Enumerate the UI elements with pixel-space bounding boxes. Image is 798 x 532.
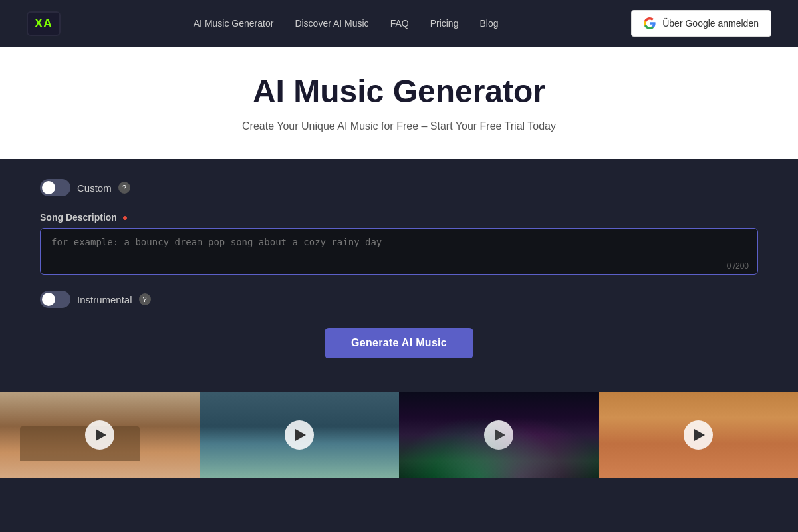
play-icon-city	[495, 429, 505, 441]
custom-help-icon[interactable]: ?	[118, 182, 130, 194]
nav-link-pricing[interactable]: Pricing	[430, 18, 459, 29]
nav-link-discover[interactable]: Discover AI Music	[295, 18, 368, 29]
google-icon	[644, 17, 656, 29]
gallery-item-city	[399, 392, 598, 478]
custom-toggle[interactable]	[40, 179, 70, 196]
gallery-item-desert	[0, 392, 200, 478]
required-indicator: ●	[120, 212, 128, 223]
nav-link-faq[interactable]: FAQ	[390, 18, 409, 29]
instrumental-label: Instrumental	[77, 294, 132, 305]
play-button-desert[interactable]	[85, 420, 114, 450]
music-gallery	[0, 392, 798, 478]
instrumental-help-icon[interactable]: ?	[139, 293, 151, 305]
page-title: AI Music Generator	[13, 73, 785, 110]
google-signin-button[interactable]: Über Google anmelden	[631, 10, 771, 37]
instrumental-slider	[40, 291, 70, 308]
custom-slider	[40, 179, 70, 196]
gallery-item-mandala	[598, 392, 798, 478]
song-description-input[interactable]	[40, 228, 758, 275]
play-icon-frame	[295, 429, 306, 441]
play-button-frame[interactable]	[285, 420, 314, 450]
nav-links: AI Music Generator Discover AI Music FAQ…	[194, 17, 499, 29]
custom-toggle-row: Custom ?	[40, 179, 758, 196]
generate-button[interactable]: Generate AI Music	[325, 328, 473, 358]
play-button-city[interactable]	[484, 420, 513, 450]
gallery-item-frame	[200, 392, 399, 478]
navbar: XA AI Music Generator Discover AI Music …	[0, 0, 798, 47]
main-content: Custom ? Song Description ● 0 /200 Instr…	[0, 159, 798, 372]
instrumental-toggle-row: Instrumental ?	[40, 291, 758, 308]
char-count: 0 /200	[727, 261, 749, 271]
nav-link-blog[interactable]: Blog	[479, 18, 498, 29]
play-icon-mandala	[694, 429, 705, 441]
textarea-wrapper: 0 /200	[40, 228, 758, 277]
logo: XA	[27, 11, 61, 36]
hero-section: AI Music Generator Create Your Unique AI…	[0, 47, 798, 159]
hero-subtitle: Create Your Unique AI Music for Free – S…	[13, 120, 785, 132]
song-description-label: Song Description ●	[40, 212, 758, 223]
google-signin-label: Über Google anmelden	[662, 18, 759, 29]
instrumental-toggle[interactable]	[40, 291, 70, 308]
custom-label: Custom	[77, 182, 112, 194]
play-icon-desert	[96, 429, 106, 441]
play-button-mandala[interactable]	[684, 420, 713, 450]
generate-section: Generate AI Music	[40, 328, 758, 358]
nav-link-ai-music[interactable]: AI Music Generator	[194, 18, 274, 29]
